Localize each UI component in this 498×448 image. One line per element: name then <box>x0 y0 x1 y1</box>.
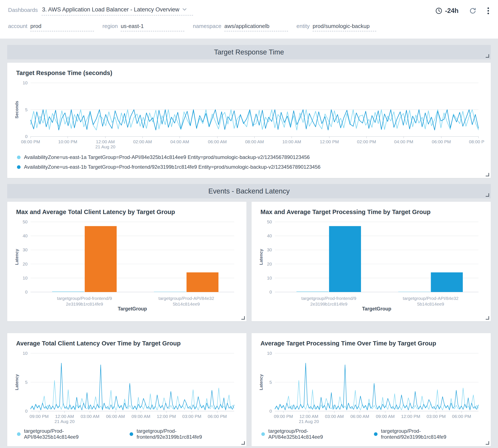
svg-text:06:00 PM: 06:00 PM <box>452 414 471 419</box>
refresh-button[interactable] <box>469 7 476 15</box>
resize-corner-icon[interactable] <box>486 316 489 320</box>
legend-item[interactable]: AvailabilityZone=us-east-1b TargetGroup=… <box>17 164 484 170</box>
legend-item[interactable]: targetgroup/Prod-frontend/92e3199b1rc814… <box>130 428 240 440</box>
svg-text:21 Aug 20: 21 Aug 20 <box>299 419 319 424</box>
avg_client_time-plot: 0510Latency09:00 PM12:00 AM21 Aug 2003:0… <box>14 350 240 425</box>
dashboard-content: Target Response Time Target Response Tim… <box>0 39 498 448</box>
svg-text:06:00 PM: 06:00 PM <box>208 414 227 419</box>
svg-text:10: 10 <box>267 351 272 356</box>
bar-category-label: targetgroup/Prod-API/84e325b14c814ee9 <box>158 295 214 307</box>
svg-text:10: 10 <box>267 275 272 280</box>
legend-item[interactable]: targetgroup/Prod-API/84e325b14c814ee9 <box>17 428 117 440</box>
filter-entity-label: entity <box>297 23 310 30</box>
filter-entity: entity prod/sumologic-backup <box>297 23 376 31</box>
filter-account: account prod <box>8 23 94 31</box>
panel-title: Max and Average Target Processing Time b… <box>261 208 484 216</box>
svg-text:12:00 AM: 12:00 AM <box>299 414 318 419</box>
panel-title: Max and Average Total Client Latency by … <box>16 208 240 216</box>
svg-text:06:00 AM: 06:00 AM <box>106 414 125 419</box>
svg-text:04:00 PM: 04:00 PM <box>394 139 413 144</box>
time-range-control[interactable]: -24h <box>435 7 459 15</box>
filter-account-label: account <box>8 23 27 30</box>
kebab-menu-icon <box>487 7 490 15</box>
avg_target_time-plot: 0510Latency09:00 PM12:00 AM21 Aug 2003:0… <box>258 350 484 425</box>
svg-text:06:00 AM: 06:00 AM <box>208 139 227 144</box>
section-title: Events - Backend Latency <box>208 187 289 195</box>
top-bar: Dashboards 3. AWS Application Load Balan… <box>0 0 498 22</box>
series-color-dot <box>17 156 21 159</box>
panel-avg-target-processing-over-time: Average Target Processing Time Over Time… <box>251 333 491 446</box>
target-processing-time-chart[interactable]: 0510Latency09:00 PM12:00 AM21 Aug 2003:0… <box>258 350 484 425</box>
panel-avg-client-latency-over-time: Average Total Client Latency Over Time b… <box>7 333 247 446</box>
resize-corner-icon[interactable] <box>486 54 489 58</box>
legend-item[interactable]: targetgroup/Prod-API/84e325b14c814ee9 <box>261 428 361 440</box>
section-title: Target Response Time <box>214 48 284 56</box>
svg-text:10:00 AM: 10:00 AM <box>282 139 301 144</box>
svg-text:21 Aug 20: 21 Aug 20 <box>95 144 115 149</box>
legend: targetgroup/Prod-API/84e325b14c814ee9 ta… <box>17 428 240 440</box>
svg-text:08:00 PM: 08:00 PM <box>469 139 484 144</box>
legend-item[interactable]: AvailabilityZone=us-east-1a TargetGroup=… <box>17 154 484 160</box>
resize-corner-icon[interactable] <box>241 441 245 445</box>
svg-text:10:00 PM: 10:00 PM <box>58 139 77 144</box>
panel-title: Average Target Processing Time Over Time… <box>261 340 484 347</box>
legend-item[interactable]: targetgroup/Prod-frontend/92e3199b1rc814… <box>374 428 484 440</box>
legend-label: targetgroup/Prod-frontend/92e3199b1rc814… <box>137 428 240 440</box>
svg-text:50: 50 <box>23 219 28 224</box>
svg-text:5: 5 <box>25 107 28 112</box>
panel-title: Average Total Client Latency Over Time b… <box>16 340 240 347</box>
top-bar-right: -24h <box>435 7 490 15</box>
svg-text:02:00 PM: 02:00 PM <box>357 139 376 144</box>
svg-text:30: 30 <box>23 247 28 252</box>
svg-text:20: 20 <box>267 261 272 266</box>
svg-text:0: 0 <box>25 289 28 294</box>
svg-text:12:00 AM: 12:00 AM <box>55 414 74 419</box>
bar-category-label: targetgroup/Prod-frontend/92e3199b1rc814… <box>56 295 112 307</box>
svg-text:5: 5 <box>25 380 28 385</box>
svg-text:10: 10 <box>23 351 28 356</box>
target-processing-bar-chart[interactable]: 01020304050Latencytargetgroup/Prod-front… <box>258 219 484 317</box>
refresh-icon <box>469 7 476 15</box>
svg-text:06:00 AM: 06:00 AM <box>350 414 369 419</box>
client-latency-time-chart[interactable]: 0510Latency09:00 PM12:00 AM21 Aug 2003:0… <box>14 350 240 425</box>
series-color-dot <box>261 432 265 436</box>
filter-account-value[interactable]: prod <box>30 23 94 31</box>
svg-text:12:00 AM: 12:00 AM <box>96 139 115 144</box>
target-response-time-chart[interactable]: 0510Seconds08:00 PM10:00 PM12:00 AM21 Au… <box>14 80 484 150</box>
svg-text:0: 0 <box>269 409 272 414</box>
section-header-target-response-time: Target Response Time <box>7 45 491 59</box>
time-range-label: -24h <box>445 7 459 15</box>
resize-corner-icon[interactable] <box>486 441 489 445</box>
resize-corner-icon[interactable] <box>486 193 489 197</box>
series-color-dot <box>17 165 21 169</box>
svg-text:03:00 PM: 03:00 PM <box>182 414 201 419</box>
legend-label: targetgroup/Prod-API/84e325b14c814ee9 <box>24 428 117 440</box>
filter-namespace-label: namespace <box>193 23 221 30</box>
breadcrumb-dashboards[interactable]: Dashboards <box>8 7 38 16</box>
svg-text:08:00 PM: 08:00 PM <box>21 139 40 144</box>
client-latency-bar-chart[interactable]: 01020304050Latencytargetgroup/Prod-front… <box>14 219 240 317</box>
panel-title: Target Response Time (seconds) <box>16 69 484 77</box>
dashboard-title-dropdown[interactable]: 3. AWS Application Load Balancer - Laten… <box>42 6 193 16</box>
filter-namespace-value[interactable]: aws/applicationelb <box>224 23 288 31</box>
svg-text:09:00 AM: 09:00 AM <box>376 414 395 419</box>
resize-corner-icon[interactable] <box>486 173 489 176</box>
bar-category-label: targetgroup/Prod-frontend/92e3199b1rc814… <box>301 295 357 307</box>
svg-text:12:00 PM: 12:00 PM <box>401 414 420 419</box>
filter-region-value[interactable]: us-east-1 <box>121 23 184 31</box>
legend-label: targetgroup/Prod-API/84e325b14c814ee9 <box>268 428 361 440</box>
y-axis-label: Latency <box>15 374 19 390</box>
svg-text:0: 0 <box>25 409 28 414</box>
x-axis-label: TargetGroup <box>107 306 158 312</box>
svg-text:09:00 AM: 09:00 AM <box>132 414 150 419</box>
filter-entity-value[interactable]: prod/sumologic-backup <box>313 23 376 31</box>
legend: AvailabilityZone=us-east-1a TargetGroup=… <box>17 154 484 170</box>
svg-text:20: 20 <box>23 261 28 266</box>
svg-text:12:00 PM: 12:00 PM <box>157 414 176 419</box>
more-options-button[interactable] <box>487 7 490 15</box>
panel-max-avg-client-latency: Max and Average Total Client Latency by … <box>7 202 247 321</box>
filter-bar: account prod region us-east-1 namespace … <box>0 22 498 39</box>
bar-charts-row: Max and Average Total Client Latency by … <box>7 202 491 327</box>
series-color-dot <box>374 432 378 436</box>
resize-corner-icon[interactable] <box>241 316 245 320</box>
